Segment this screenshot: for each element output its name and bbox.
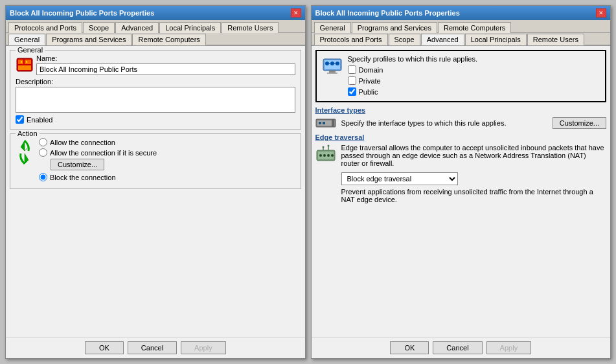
right-tab-protocols[interactable]: Protocols and Ports [314, 34, 388, 45]
edge-traversal-header: Edge traversal [315, 133, 607, 141]
block-label: Block the connection [50, 174, 116, 181]
right-content: Specify profiles to which this rule appl… [312, 46, 611, 337]
right-tab-general[interactable]: General [314, 22, 351, 33]
left-close-button[interactable]: ✕ [291, 8, 301, 17]
action-icon [16, 139, 34, 165]
edge-description: Edge traversal allows the computer to ac… [341, 144, 607, 167]
allow-label: Allow the connection [50, 139, 115, 146]
domain-label: Domain [359, 66, 383, 74]
allow-secure-radio[interactable] [39, 148, 47, 157]
svg-rect-8 [329, 71, 336, 73]
right-title-bar: Block All Incoming Public Ports Properti… [312, 6, 611, 20]
right-tab-remote-computers[interactable]: Remote Computers [438, 22, 511, 33]
tab-scope[interactable]: Scope [83, 22, 115, 33]
private-label: Private [359, 77, 381, 85]
tab-protocols-ports[interactable]: Protocols and Ports [8, 22, 82, 33]
interface-customize-button[interactable]: Customize... [553, 117, 606, 129]
svg-point-11 [330, 62, 334, 65]
tab-general[interactable]: General [8, 34, 45, 45]
interface-content: Specify the interface types to which thi… [315, 117, 607, 130]
profiles-icon [322, 55, 343, 76]
interface-icon [315, 117, 336, 130]
edge-text-group: Edge traversal allows the computer to ac… [341, 144, 607, 203]
right-cancel-button[interactable]: Cancel [433, 341, 482, 354]
private-row: Private [348, 76, 600, 85]
svg-point-12 [336, 62, 339, 65]
customize-button[interactable]: Customize... [51, 159, 104, 170]
edge-footer-text: Prevent applications from receiving unso… [341, 188, 607, 203]
domain-row: Domain [348, 65, 600, 74]
svg-rect-4 [21, 61, 22, 63]
right-tab-advanced[interactable]: Advanced [421, 34, 464, 45]
edge-traversal-select[interactable]: Block edge traversal Allow edge traversa… [341, 172, 458, 185]
left-apply-button[interactable]: Apply [181, 341, 226, 354]
right-footer: OK Cancel Apply [312, 337, 611, 358]
general-section-label: General [16, 46, 45, 54]
svg-rect-9 [327, 73, 337, 74]
right-top-tabs: General Programs and Services Remote Com… [312, 20, 611, 33]
svg-rect-2 [25, 60, 31, 64]
firewall-icon [16, 56, 34, 74]
svg-point-10 [325, 62, 329, 65]
private-checkbox[interactable] [348, 76, 356, 85]
svg-rect-17 [319, 122, 321, 124]
name-input[interactable] [36, 63, 295, 75]
public-label: Public [359, 88, 378, 96]
left-cancel-button[interactable]: Cancel [128, 341, 177, 354]
domain-checkbox[interactable] [348, 65, 356, 74]
profiles-content: Specify profiles to which this rule appl… [322, 55, 600, 96]
tab-remote-users[interactable]: Remote Users [222, 22, 279, 33]
right-apply-button[interactable]: Apply [486, 341, 532, 354]
block-radio[interactable] [39, 173, 47, 181]
public-checkbox[interactable] [348, 87, 356, 96]
enabled-label: Enabled [27, 116, 52, 124]
interface-description: Specify the interface types to which thi… [341, 119, 507, 127]
edge-traversal-section: Edge traversal [315, 133, 607, 203]
left-bottom-tabs: General Programs and Services Remote Com… [6, 33, 305, 46]
svg-point-24 [327, 154, 330, 157]
edge-icon [315, 144, 336, 165]
right-dialog: Block All Incoming Public Ports Properti… [311, 5, 611, 359]
svg-rect-5 [26, 61, 27, 63]
svg-rect-3 [18, 65, 31, 70]
action-options: Allow the connection Allow the connectio… [39, 138, 295, 183]
left-top-tabs: Protocols and Ports Scope Advanced Local… [6, 20, 305, 33]
svg-point-23 [323, 154, 326, 157]
action-allow-secure-row: Allow the connection if it is secure [39, 148, 295, 157]
interface-header: Interface types [315, 106, 607, 114]
svg-point-28 [322, 146, 324, 148]
svg-point-22 [319, 154, 322, 157]
name-field-group: Name: [36, 54, 295, 75]
left-ok-button[interactable]: OK [85, 341, 124, 354]
tab-local-principals[interactable]: Local Principals [159, 22, 221, 33]
action-section-label: Action [16, 130, 40, 137]
right-bottom-tabs: Protocols and Ports Scope Advanced Local… [312, 33, 611, 46]
description-input[interactable] [16, 87, 295, 113]
left-content: General Name: [6, 46, 305, 337]
right-tab-remote-users[interactable]: Remote Users [527, 34, 584, 45]
right-ok-button[interactable]: OK [390, 341, 429, 354]
tab-advanced[interactable]: Advanced [115, 22, 159, 33]
public-row: Public [348, 87, 600, 96]
right-close-button[interactable]: ✕ [596, 8, 606, 17]
interface-text-group: Specify the interface types to which thi… [341, 119, 547, 127]
enabled-checkbox[interactable] [16, 115, 24, 124]
right-tab-programs[interactable]: Programs and Services [352, 22, 437, 33]
right-dialog-title: Block All Incoming Public Ports Properti… [315, 9, 460, 17]
left-dialog: Block All Incoming Public Ports Properti… [5, 5, 306, 359]
tab-remote-computers[interactable]: Remote Computers [132, 34, 205, 45]
name-label: Name: [36, 54, 295, 62]
svg-rect-18 [323, 122, 325, 124]
profiles-section: Specify profiles to which this rule appl… [315, 50, 607, 102]
tab-programs-services[interactable]: Programs and Services [46, 34, 131, 45]
right-tab-local-principals[interactable]: Local Principals [465, 34, 527, 45]
svg-rect-19 [332, 119, 334, 127]
profiles-description: Specify profiles to which this rule appl… [348, 55, 600, 63]
allow-radio[interactable] [39, 138, 47, 146]
enabled-row: Enabled [16, 115, 295, 124]
right-tab-scope[interactable]: Scope [389, 34, 420, 45]
action-block-row: Block the connection [39, 173, 295, 181]
edge-content: Edge traversal allows the computer to ac… [315, 144, 607, 203]
name-row: Name: [16, 54, 295, 75]
left-title-bar: Block All Incoming Public Ports Properti… [6, 6, 305, 20]
